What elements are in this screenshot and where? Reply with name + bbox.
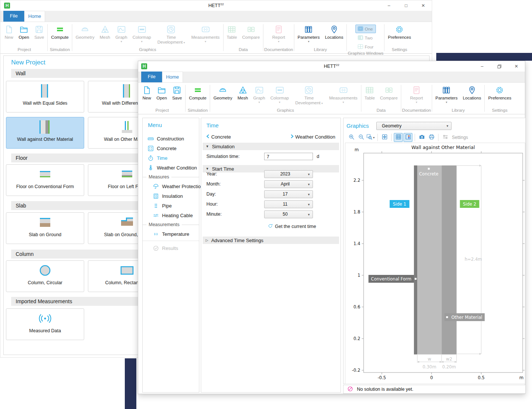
snapshot-button[interactable] <box>417 133 426 142</box>
tab-home[interactable]: Home <box>24 11 45 22</box>
nav-previous-concrete[interactable]: Concrete <box>206 134 231 140</box>
tab-file[interactable]: File <box>3 11 24 22</box>
print-button[interactable] <box>427 133 436 142</box>
ribbon-group-label: Library <box>295 47 346 53</box>
menu-item-time[interactable]: Time <box>143 153 203 163</box>
graphics-windows-two-button[interactable]: Two <box>355 34 376 42</box>
time-development-button[interactable]: Time Development ▾ <box>291 85 326 105</box>
project-card-wall-against-other-material[interactable]: Wall against Other Material <box>6 117 84 149</box>
compare-button[interactable]: Compare <box>377 85 400 101</box>
chevron-down-icon: ▾ <box>183 41 185 44</box>
menu-item-results[interactable]: Results <box>143 243 209 253</box>
project-card-column-circular[interactable]: Column, Circular <box>6 260 84 292</box>
no-solution-icon <box>347 386 353 393</box>
measurements-button[interactable]: Measurements▾ <box>189 24 222 43</box>
preferences-button[interactable]: Preferences <box>385 24 414 40</box>
locations-button[interactable]: Locations <box>322 24 346 40</box>
save-button[interactable]: Save <box>170 85 184 101</box>
menu-item-concrete[interactable]: Concrete <box>143 143 203 153</box>
new-button[interactable]: New <box>2 24 16 40</box>
menu-item-temperature[interactable]: Temperature <box>143 229 209 239</box>
ribbon-group-project: NewOpenSaveProject <box>2 22 47 53</box>
save-button[interactable]: Save <box>32 24 47 40</box>
zoom-extents-button[interactable] <box>380 133 389 142</box>
project-card-wall-with-equal-sides[interactable]: Wall with Equal Sides <box>6 81 84 112</box>
mesh-button[interactable]: Mesh <box>235 85 251 101</box>
report-button[interactable]: Report▾ <box>408 85 426 104</box>
ribbon-group-label: Project <box>2 47 47 53</box>
minute-dropdown[interactable]: 50▼ <box>264 210 313 218</box>
open-button[interactable]: Open <box>16 24 32 40</box>
graphics-windows-four-button[interactable]: Four <box>355 42 376 51</box>
parameters-button[interactable]: Parameters▾ <box>295 24 322 43</box>
titlebar[interactable]: H HETT22 – □ ✕ <box>0 0 432 11</box>
titlebar[interactable]: H HETT22 – ✕ <box>138 61 525 72</box>
get-current-time-button[interactable]: Get the current time <box>267 223 316 230</box>
locations-button[interactable]: Locations <box>460 85 484 101</box>
compute-button[interactable]: Compute <box>48 24 71 40</box>
menu-item-heating-cable[interactable]: Heating Cable <box>143 210 209 220</box>
graphics-view-dropdown[interactable]: Geometry ▼ <box>376 122 452 130</box>
grid-toggle-button[interactable] <box>394 133 403 142</box>
geometry-plot[interactable]: h=2.4mww20.30m0.20m2.21.81.410.60.2-0.2-… <box>345 143 525 384</box>
close-button[interactable]: ✕ <box>508 61 525 72</box>
ribbon-group-documentation: Report▾Documentation <box>264 22 293 53</box>
zoom-out-button[interactable] <box>357 133 365 142</box>
graph-button[interactable]: Graph▾ <box>113 24 130 43</box>
four-layout-icon <box>358 44 363 50</box>
nav-next-weather-condition[interactable]: Weather Condition <box>291 134 335 140</box>
graph-button[interactable]: Graph▾ <box>251 85 268 104</box>
simulation-time-input[interactable]: 7 <box>264 153 313 160</box>
graphics-windows-one-button[interactable]: One <box>355 25 376 33</box>
hour-dropdown[interactable]: 11▼ <box>264 200 313 208</box>
chevron-down-icon: ▼ <box>307 193 310 196</box>
svg-text:Side 1: Side 1 <box>393 202 406 207</box>
menu-item-pipe[interactable]: Pipe <box>143 201 209 210</box>
signal-icon <box>339 85 348 96</box>
menu-item-construction[interactable]: Construction <box>143 134 203 143</box>
temp-icon <box>152 231 159 237</box>
restore-button[interactable] <box>491 61 508 72</box>
maximize-button[interactable]: □ <box>398 0 415 11</box>
zoom-in-button[interactable] <box>347 133 356 142</box>
chevron-down-icon: ▾ <box>259 101 260 104</box>
report-button[interactable]: Report▾ <box>270 24 288 43</box>
menu-item-insulation[interactable]: Insulation <box>143 191 209 201</box>
report-icon <box>412 85 421 96</box>
project-card-floor-on-conventional-form[interactable]: Floor on Conventional Form <box>6 164 84 196</box>
menu-item-weather-condition[interactable]: Weather Condition <box>143 163 203 172</box>
close-button[interactable]: ✕ <box>415 0 432 11</box>
parameters-button[interactable]: Parameters▾ <box>433 85 460 104</box>
table-button[interactable]: Table <box>224 24 240 40</box>
new-button[interactable]: New <box>140 85 154 101</box>
section-advanced-time-settings[interactable]: ▷ Advanced Time Settings <box>203 237 339 244</box>
plot-settings-button[interactable] <box>441 133 450 142</box>
ribbon-group-label: Data <box>224 47 263 53</box>
colorbar-toggle-button[interactable] <box>403 133 412 142</box>
zoom-region-button[interactable]: ▼ <box>366 133 375 142</box>
geometry-button[interactable]: Geometry <box>73 24 97 40</box>
floor-conv-icon <box>6 167 84 182</box>
colormap-button[interactable]: Colormap▾ <box>268 85 292 104</box>
mesh-button[interactable]: Mesh <box>97 24 113 40</box>
preferences-button[interactable]: Preferences <box>485 85 514 101</box>
colormap-button[interactable]: Colormap▾ <box>130 24 154 43</box>
time-development-button[interactable]: Time Development ▾ <box>153 24 189 45</box>
year-dropdown[interactable]: 2023▼ <box>264 170 313 178</box>
compare-button[interactable]: Compare <box>240 24 262 40</box>
geometry-button[interactable]: Geometry <box>211 85 235 101</box>
tab-file[interactable]: File <box>141 72 162 82</box>
minimize-button[interactable]: – <box>380 0 398 11</box>
table-button[interactable]: Table <box>362 85 378 101</box>
month-dropdown[interactable]: April▼ <box>264 180 313 188</box>
section-simulation[interactable]: ▼ Simulation <box>203 143 339 150</box>
project-card-measured-data[interactable]: Measured Data <box>6 308 84 340</box>
tab-home[interactable]: Home <box>162 72 183 82</box>
minimize-button[interactable]: – <box>474 61 491 72</box>
open-button[interactable]: Open <box>154 85 170 101</box>
measurements-button[interactable]: Measurements▾ <box>326 85 360 104</box>
compute-button[interactable]: Compute <box>186 85 209 101</box>
menu-item-weather-protection[interactable]: Weather Protection <box>143 181 209 191</box>
day-dropdown[interactable]: 17▼ <box>264 190 313 198</box>
project-card-slab-on-ground[interactable]: Slab on Ground <box>6 212 84 244</box>
